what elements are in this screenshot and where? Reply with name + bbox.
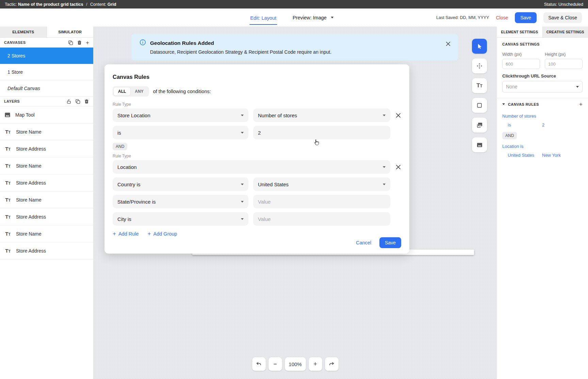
modal-title: Canvas Rules bbox=[113, 74, 401, 80]
move-icon bbox=[476, 63, 483, 69]
cancel-button[interactable]: Cancel bbox=[356, 240, 371, 245]
clickthrough-select[interactable]: None bbox=[502, 81, 583, 92]
clickthrough-label: Clickthrough URL Source bbox=[502, 73, 583, 79]
zoom-level[interactable]: 100% bbox=[285, 357, 306, 371]
state-operator-dropdown[interactable]: State/Province is bbox=[113, 195, 248, 208]
match-all-option[interactable]: ALL bbox=[114, 87, 130, 96]
layer-label: Store Address bbox=[16, 248, 46, 254]
layer-item-store-name[interactable]: TT Store Name bbox=[0, 191, 93, 208]
layer-item-store-address[interactable]: TT Store Address bbox=[0, 174, 93, 191]
tab-creative-settings[interactable]: CREATIVE SETTINGS bbox=[542, 27, 588, 37]
layer-item-store-name[interactable]: TT Store Name bbox=[0, 225, 93, 242]
canvas-item-1-store[interactable]: 1 Store bbox=[0, 64, 93, 80]
chevron-down-icon bbox=[383, 166, 386, 168]
close-button[interactable]: Close bbox=[496, 15, 508, 20]
info-icon bbox=[140, 39, 146, 47]
remove-rule1-icon[interactable] bbox=[395, 110, 401, 120]
banner-close-icon[interactable] bbox=[446, 41, 451, 46]
text-layer-icon: TT bbox=[4, 129, 11, 135]
image-tool-button[interactable] bbox=[472, 137, 487, 152]
canvases-section-header: CANVASES + bbox=[0, 38, 93, 48]
rule-summary-value[interactable]: 2 bbox=[542, 122, 583, 127]
save-and-close-button[interactable]: Save & Close bbox=[543, 12, 582, 23]
rectangle-tool-button[interactable] bbox=[472, 98, 487, 113]
rule1-operator-dropdown[interactable]: is bbox=[113, 126, 248, 139]
breadcrumb: Tactic: Name of the product grid tactics… bbox=[5, 2, 116, 7]
text-tool-button[interactable]: TT bbox=[472, 78, 487, 93]
plus-icon: + bbox=[148, 230, 151, 237]
rule1-type-dropdown[interactable]: Store Location bbox=[113, 108, 248, 122]
plus-icon: + bbox=[113, 230, 116, 237]
canvas-rules-modal: Canvas Rules ALL ANY of the following co… bbox=[104, 64, 409, 254]
zoom-out-button[interactable]: − bbox=[268, 357, 282, 371]
lock-layer-icon[interactable] bbox=[66, 99, 71, 104]
content-name: Grid bbox=[108, 2, 116, 7]
rule-summary-field[interactable]: Number of stores bbox=[502, 114, 583, 119]
add-canvas-icon[interactable]: + bbox=[86, 40, 89, 46]
remove-rule2-icon[interactable] bbox=[395, 162, 401, 172]
rule-summary-country[interactable]: United States bbox=[508, 153, 542, 158]
select-tool-button[interactable] bbox=[472, 39, 487, 54]
canvas-rules-section-header[interactable]: CANVAS RULES + bbox=[497, 98, 588, 110]
match-any-option[interactable]: ANY bbox=[130, 87, 148, 96]
rule1-field-dropdown[interactable]: Number of stores bbox=[253, 108, 390, 122]
canvas-rules-summary: Number of stores is 2 AND Location is Un… bbox=[502, 110, 583, 158]
preview-dropdown[interactable]: Preview: Image bbox=[293, 15, 333, 20]
rule-summary-state[interactable]: New York bbox=[542, 153, 583, 158]
layer-item-store-address[interactable]: TT Store Address bbox=[0, 140, 93, 157]
layer-label: Store Name bbox=[16, 163, 42, 169]
banner-message: Datasource, Recipient Geolocation Strate… bbox=[150, 49, 451, 55]
text-icon: TT bbox=[476, 82, 483, 89]
text-layer-icon: TT bbox=[4, 231, 11, 237]
tab-element-settings[interactable]: ELEMENT SETTINGS bbox=[497, 27, 542, 37]
app-window: Tactic: Name of the product grid tactics… bbox=[0, 0, 588, 379]
layer-item-store-address[interactable]: TT Store Address bbox=[0, 242, 93, 259]
right-settings-panel: ELEMENT SETTINGS CREATIVE SETTINGS CANVA… bbox=[497, 27, 588, 379]
tab-simulator[interactable]: SIMULATOR bbox=[47, 27, 94, 37]
layer-label: Map Tool bbox=[15, 112, 35, 118]
add-canvas-rule-icon[interactable]: + bbox=[579, 101, 583, 107]
width-label: Width (px) bbox=[502, 52, 540, 57]
city-value-input[interactable] bbox=[253, 212, 390, 226]
country-operator-dropdown[interactable]: Country is bbox=[113, 177, 248, 191]
city-operator-dropdown[interactable]: City is bbox=[113, 212, 248, 226]
state-value-input[interactable] bbox=[253, 195, 390, 208]
canvas-settings-title: CANVAS SETTINGS bbox=[502, 42, 583, 46]
rule1-value-input[interactable] bbox=[253, 126, 390, 139]
duplicate-canvas-icon[interactable] bbox=[68, 40, 73, 45]
move-tool-button[interactable] bbox=[472, 58, 487, 73]
add-rule-button[interactable]: + Add Rule bbox=[113, 230, 139, 237]
zoom-in-button[interactable]: + bbox=[309, 357, 322, 371]
collapse-chevron-icon bbox=[502, 103, 505, 105]
tab-elements[interactable]: ELEMENTS bbox=[0, 27, 47, 37]
layer-item-store-name[interactable]: TT Store Name bbox=[0, 123, 93, 140]
layer-item-map-tool[interactable]: Map Tool bbox=[0, 106, 93, 123]
undo-button[interactable] bbox=[252, 357, 266, 371]
breadcrumb-separator: / bbox=[86, 2, 87, 7]
modal-save-button[interactable]: Save bbox=[379, 237, 401, 248]
rule-type-label: Rule Type bbox=[113, 102, 401, 107]
canvas-item-2-stores[interactable]: 2 Stores bbox=[0, 48, 93, 64]
rule-summary-operator[interactable]: is bbox=[508, 122, 542, 127]
tab-edit-layout[interactable]: Edit: Layout bbox=[249, 11, 277, 25]
redo-button[interactable] bbox=[325, 357, 339, 371]
image-layers-tool-button[interactable] bbox=[472, 118, 487, 133]
conditions-text: of the following conditions: bbox=[153, 89, 211, 94]
rule-summary-field[interactable]: Location is bbox=[502, 144, 583, 149]
height-input[interactable] bbox=[545, 59, 583, 69]
text-layer-icon: TT bbox=[4, 248, 11, 254]
delete-layer-icon[interactable] bbox=[84, 99, 89, 104]
width-input[interactable] bbox=[502, 59, 540, 69]
rule2-type-dropdown[interactable]: Location bbox=[113, 160, 390, 174]
canvas-item-default[interactable]: Default Canvas bbox=[0, 80, 93, 97]
delete-canvas-icon[interactable] bbox=[77, 40, 82, 45]
country-value-dropdown[interactable]: United States bbox=[253, 177, 390, 191]
add-group-button[interactable]: + Add Group bbox=[148, 230, 177, 237]
text-layer-icon: TT bbox=[4, 214, 11, 220]
duplicate-layer-icon[interactable] bbox=[75, 99, 80, 104]
layer-item-store-name[interactable]: TT Store Name bbox=[0, 157, 93, 174]
save-button[interactable]: Save bbox=[515, 12, 537, 23]
conjunction-badge: AND bbox=[502, 132, 517, 139]
geolocation-banner: Geolocation Rules Added Datasource, Reci… bbox=[131, 34, 458, 61]
layer-item-store-address[interactable]: TT Store Address bbox=[0, 208, 93, 225]
